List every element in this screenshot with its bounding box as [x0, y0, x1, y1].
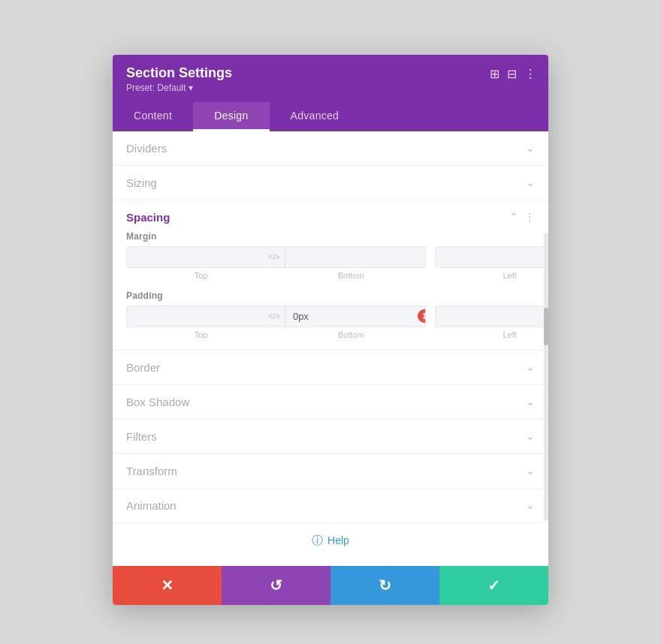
padding-fields-row: </> 1 Top Bottom — [126, 305, 535, 339]
scrollbar-thumb[interactable] — [544, 308, 548, 345]
section-animation[interactable]: Animation ⌄ — [113, 489, 548, 523]
columns-icon[interactable]: ⊟ — [507, 68, 517, 80]
section-box-shadow[interactable]: Box Shadow ⌄ — [113, 385, 548, 420]
padding-top-label: Top — [126, 330, 276, 339]
margin-lr-inputs: </> — [435, 246, 548, 268]
padding-tb-link-icon[interactable]: </> — [265, 311, 283, 320]
spacing-header-icons: ⌃ ⋮ — [509, 211, 535, 223]
reset-button[interactable]: ↺ — [222, 566, 330, 605]
padding-badge: 1 — [418, 309, 426, 323]
padding-bottom-label: Bottom — [276, 330, 425, 339]
modal-footer: ✕ ↺ ↻ ✓ — [113, 566, 548, 605]
padding-lr-labels: Left Right — [435, 330, 548, 339]
spacing-collapse-icon[interactable]: ⌃ — [509, 211, 518, 223]
padding-top-bottom: </> 1 Top Bottom — [126, 305, 426, 339]
margin-lr-labels: Left Right — [435, 271, 548, 280]
padding-left-right: </> Left Right — [435, 305, 548, 339]
transform-label: Transform — [126, 465, 177, 477]
padding-label: Padding — [126, 290, 535, 301]
cancel-button[interactable]: ✕ — [113, 566, 222, 605]
margin-top-bottom: </> Top Bottom — [126, 246, 426, 280]
dividers-chevron: ⌄ — [526, 142, 535, 154]
expand-icon[interactable]: ⊞ — [490, 68, 500, 80]
section-sizing[interactable]: Sizing ⌄ — [113, 166, 548, 200]
box-shadow-chevron: ⌄ — [526, 396, 535, 408]
padding-bottom-wrapper: 1 — [287, 306, 425, 327]
modal-title: Section Settings — [126, 65, 232, 81]
border-label: Border — [126, 361, 160, 374]
spacing-section: Spacing ⌃ ⋮ Margin </> — [113, 200, 548, 351]
padding-left-label: Left — [435, 330, 548, 339]
margin-label: Margin — [126, 231, 535, 242]
modal-body: Dividers ⌄ Sizing ⌄ Spacing ⌃ ⋮ Margin — [113, 131, 548, 566]
section-settings-modal: Section Settings Preset: Default ▾ ⊞ ⊟ ⋮… — [113, 55, 548, 605]
help-text[interactable]: Help — [327, 534, 349, 546]
modal-header: Section Settings Preset: Default ▾ ⊞ ⊟ ⋮ — [113, 55, 548, 102]
margin-tb-link-icon[interactable]: </> — [265, 252, 283, 261]
section-transform[interactable]: Transform ⌄ — [113, 454, 548, 489]
section-dividers[interactable]: Dividers ⌄ — [113, 131, 548, 166]
margin-tb-labels: Top Bottom — [126, 271, 426, 280]
filters-label: Filters — [126, 430, 157, 443]
margin-left-right: </> Left Right — [435, 246, 548, 280]
section-border[interactable]: Border ⌄ — [113, 351, 548, 385]
padding-lr-inputs: </> — [435, 305, 548, 327]
filters-chevron: ⌄ — [526, 430, 535, 442]
help-icon[interactable]: ⓘ — [312, 534, 323, 548]
tab-advanced[interactable]: Advanced — [270, 102, 361, 131]
more-icon[interactable]: ⋮ — [524, 68, 536, 80]
padding-tb-labels: Top Bottom — [126, 330, 426, 339]
padding-left-input[interactable] — [436, 306, 548, 327]
tab-design[interactable]: Design — [193, 102, 269, 131]
dividers-label: Dividers — [126, 142, 167, 155]
padding-tb-inputs: </> 1 — [126, 305, 426, 327]
modal-preset[interactable]: Preset: Default ▾ — [126, 83, 232, 93]
margin-left-input[interactable] — [436, 247, 548, 267]
margin-left-label: Left — [435, 271, 548, 280]
spacing-more-icon[interactable]: ⋮ — [524, 211, 535, 223]
redo-button[interactable]: ↻ — [330, 566, 439, 605]
help-row: ⓘ Help — [113, 523, 548, 560]
margin-top-input[interactable] — [127, 247, 265, 267]
box-shadow-label: Box Shadow — [126, 396, 189, 408]
section-filters[interactable]: Filters ⌄ — [113, 420, 548, 454]
animation-label: Animation — [126, 499, 177, 512]
header-left: Section Settings Preset: Default ▾ — [126, 65, 232, 93]
padding-group: Padding </> 1 — [113, 290, 548, 350]
sizing-chevron: ⌄ — [526, 176, 535, 188]
margin-bottom-label: Bottom — [276, 271, 425, 280]
spacing-header: Spacing ⌃ ⋮ — [113, 200, 548, 231]
margin-bottom-input[interactable] — [287, 247, 425, 267]
padding-top-input[interactable] — [127, 306, 265, 327]
spacing-title: Spacing — [126, 211, 170, 224]
header-icons: ⊞ ⊟ ⋮ — [490, 68, 536, 80]
margin-top-bottom-inputs: </> — [126, 246, 426, 268]
margin-top-label: Top — [126, 271, 276, 280]
tabs-bar: Content Design Advanced — [113, 102, 548, 131]
sizing-label: Sizing — [126, 176, 157, 189]
transform-chevron: ⌄ — [526, 465, 535, 477]
margin-fields-row: </> Top Bottom — [126, 246, 535, 280]
border-chevron: ⌄ — [526, 361, 535, 373]
padding-bottom-input[interactable] — [287, 306, 425, 327]
tab-content[interactable]: Content — [113, 102, 193, 131]
animation-chevron: ⌄ — [526, 499, 535, 511]
save-button[interactable]: ✓ — [439, 566, 548, 605]
margin-group: Margin </> Top Bottom — [113, 231, 548, 290]
scrollbar-track — [544, 233, 548, 521]
